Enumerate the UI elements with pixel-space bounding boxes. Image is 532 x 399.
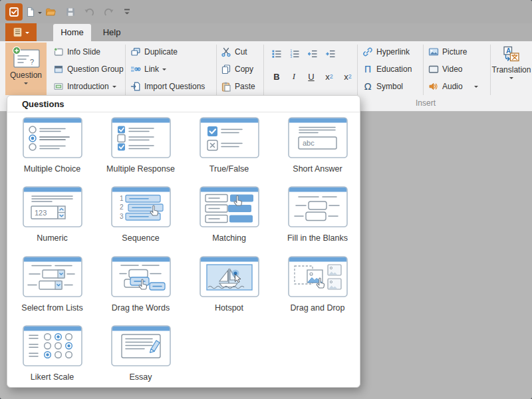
- question-group-icon: [53, 64, 64, 74]
- question-type-label: Likert Scale: [8, 372, 96, 382]
- link-button[interactable]: Link: [130, 62, 166, 76]
- duplicate-label: Duplicate: [144, 47, 178, 57]
- audio-dropdown-caret: [474, 86, 478, 90]
- picture-button[interactable]: Picture: [428, 45, 467, 59]
- audio-button[interactable]: Audio: [428, 79, 478, 94]
- info-slide-label: Info Slide: [67, 47, 100, 57]
- copy-label: Copy: [235, 65, 253, 74]
- numbered-list-button[interactable]: 123: [287, 47, 303, 61]
- group-separator: [490, 45, 491, 95]
- duplicate-button[interactable]: Duplicate: [130, 45, 178, 59]
- introduction-dropdown-caret: [112, 86, 116, 90]
- question-dropdown-caret: [24, 82, 28, 86]
- question-type-drag-the-words[interactable]: Drag the Words: [96, 256, 185, 320]
- question-type-multiple-response[interactable]: Multiple Response: [96, 117, 185, 181]
- question-type-label: Hotspot: [185, 303, 273, 313]
- cut-label: Cut: [235, 47, 247, 57]
- question-type-sequence[interactable]: 1 2 3 Sequence: [96, 186, 185, 250]
- increase-indent-icon: [325, 49, 336, 59]
- paste-icon: [221, 81, 231, 92]
- svg-text:123: 123: [35, 209, 47, 217]
- new-document-dropdown-caret[interactable]: [38, 12, 42, 16]
- group-separator: [423, 45, 424, 95]
- short-answer-icon: abc: [288, 117, 348, 158]
- introduction-button[interactable]: Introduction: [53, 79, 116, 94]
- cut-button[interactable]: Cut: [221, 45, 247, 59]
- question-type-label: Multiple Response: [96, 164, 185, 174]
- application-menu-button[interactable]: [5, 23, 37, 41]
- translation-label: Translation: [492, 65, 531, 74]
- svg-text:3: 3: [120, 213, 124, 220]
- symbol-button[interactable]: Ω Symbol: [362, 79, 403, 94]
- customize-toolbar-button[interactable]: [120, 5, 134, 19]
- question-button[interactable]: ? Question: [5, 43, 47, 95]
- open-file-button[interactable]: [44, 5, 57, 19]
- superscript-button[interactable]: x2: [340, 69, 356, 84]
- italic-button[interactable]: I: [286, 69, 302, 84]
- paste-button[interactable]: Paste: [221, 79, 255, 94]
- translation-button[interactable]: A Translation: [493, 43, 529, 95]
- redo-button[interactable]: [102, 5, 115, 19]
- titlebar: [0, 0, 532, 23]
- save-button[interactable]: [64, 5, 77, 19]
- bullet-list-button[interactable]: [269, 47, 285, 61]
- question-type-short-answer[interactable]: abc Short Answer: [273, 117, 362, 181]
- pi-icon: Π: [362, 64, 373, 74]
- question-type-select-from-lists[interactable]: Select from Lists: [8, 256, 96, 320]
- picture-icon: [428, 47, 439, 57]
- cut-icon: [221, 47, 231, 57]
- question-type-true-false[interactable]: True/False: [185, 117, 273, 181]
- question-type-essay[interactable]: Essay: [96, 325, 185, 389]
- question-type-label: Multiple Choice: [8, 164, 96, 174]
- undo-icon: [84, 7, 96, 17]
- question-group-button[interactable]: Question Group: [53, 62, 124, 76]
- underline-button[interactable]: U: [303, 69, 319, 84]
- matching-icon: [200, 186, 259, 227]
- tab-help[interactable]: Help: [94, 24, 129, 41]
- question-type-label: Drag and Drop: [273, 303, 362, 313]
- decrease-indent-button[interactable]: [305, 47, 321, 61]
- increase-indent-button[interactable]: [323, 47, 338, 61]
- hotspot-icon: [200, 256, 259, 297]
- hyperlink-button[interactable]: Hyperlink: [362, 45, 410, 59]
- question-type-drag-and-drop[interactable]: Drag and Drop: [273, 256, 362, 320]
- svg-text:?: ?: [30, 58, 34, 66]
- audio-icon: [428, 81, 439, 92]
- question-type-fill-in-the-blanks[interactable]: Fill in the Blanks: [273, 186, 362, 250]
- question-type-label: Sequence: [96, 233, 185, 243]
- question-type-hotspot[interactable]: Hotspot: [185, 256, 273, 320]
- new-document-icon: [25, 7, 36, 17]
- question-type-numeric[interactable]: 123 Numeric: [8, 186, 96, 250]
- customize-toolbar-icon: [122, 7, 132, 17]
- svg-text:abc: abc: [303, 139, 315, 147]
- bullet-list-icon: [271, 49, 282, 59]
- new-document-button[interactable]: [24, 5, 37, 19]
- tab-home[interactable]: Home: [53, 24, 91, 41]
- essay-icon: [111, 325, 171, 366]
- undo-button[interactable]: [83, 5, 96, 19]
- import-questions-button[interactable]: Import Questions: [130, 79, 205, 94]
- translation-icon: A: [503, 46, 520, 63]
- education-button[interactable]: Π Education: [362, 62, 412, 76]
- question-type-multiple-choice[interactable]: Multiple Choice: [8, 117, 96, 181]
- question-type-label: Fill in the Blanks: [273, 233, 362, 243]
- video-icon: [428, 64, 439, 74]
- group-separator: [125, 45, 126, 95]
- question-type-label: Short Answer: [273, 164, 362, 174]
- copy-button[interactable]: Copy: [221, 62, 253, 76]
- duplicate-icon: [130, 47, 141, 57]
- select-from-lists-icon: [23, 256, 82, 297]
- question-type-likert-scale[interactable]: Likert Scale: [8, 325, 96, 389]
- info-slide-button[interactable]: Info Slide: [53, 45, 100, 59]
- application-window: Home Help ? Question Info Slide Question…: [0, 0, 532, 399]
- introduction-icon: [53, 81, 64, 92]
- svg-text:3: 3: [290, 55, 292, 59]
- introduction-label: Introduction: [67, 82, 109, 91]
- video-button[interactable]: Video: [428, 62, 462, 76]
- subscript-button[interactable]: x2: [321, 69, 337, 84]
- question-type-matching[interactable]: Matching: [185, 186, 273, 250]
- hyperlink-icon: [362, 47, 373, 57]
- bold-button[interactable]: B: [269, 69, 285, 84]
- question-type-label: Drag the Words: [96, 303, 185, 313]
- true-false-icon: [200, 117, 259, 158]
